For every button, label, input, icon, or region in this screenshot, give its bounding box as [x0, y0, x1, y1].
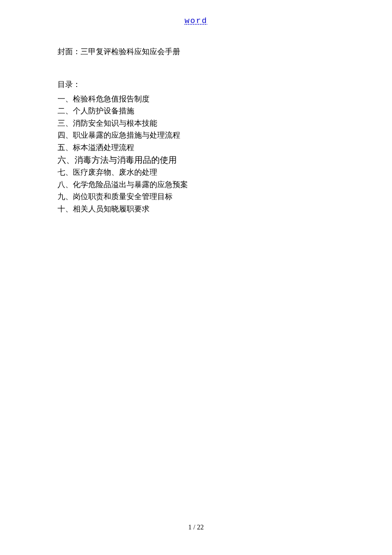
toc-item: 八、化学危险品溢出与暴露的应急预案	[58, 179, 334, 191]
toc-item: 五、标本溢洒处理流程	[58, 142, 334, 153]
toc-item: 一、检验科危急值报告制度	[58, 93, 334, 105]
toc-item: 十、相关人员知晓履职要求	[58, 203, 334, 215]
toc-item: 四、职业暴露的应急措施与处理流程	[58, 129, 334, 141]
header-word-link[interactable]: word	[184, 16, 208, 26]
toc-item: 七、医疗废弃物、废水的处理	[58, 166, 334, 178]
toc-item: 三、消防安全知识与根本技能	[58, 117, 334, 129]
cover-title: 封面：三甲复评检验科应知应会手册	[58, 46, 334, 58]
page-number: 1 / 22	[188, 523, 204, 531]
toc-item: 六、消毒方法与消毒用品的使用	[58, 153, 334, 166]
toc-heading: 目录：	[58, 79, 334, 90]
document-content: 封面：三甲复评检验科应知应会手册 目录： 一、检验科危急值报告制度 二、个人防护…	[58, 46, 334, 215]
toc-item: 九、岗位职责和质量安全管理目标	[58, 191, 334, 202]
toc-item: 二、个人防护设备措施	[58, 105, 334, 117]
